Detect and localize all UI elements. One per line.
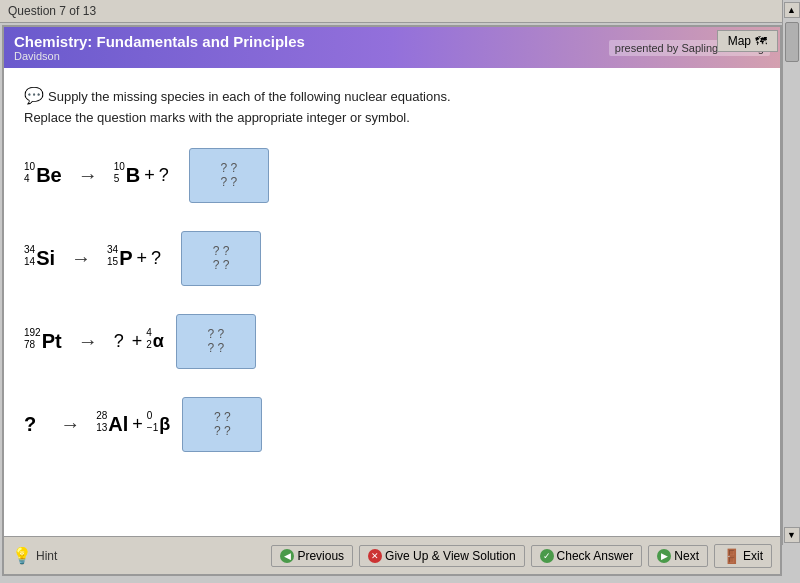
product1-3-q: ? [114,331,124,352]
beta-atomic: −1 [147,422,158,434]
plus-2: + [137,248,148,269]
alpha-mass: 4 [146,327,152,339]
give-up-icon: ✕ [368,549,382,563]
reactant3-mass: 192 [24,327,41,339]
reactant1-symbol: Be [36,164,62,187]
next-button[interactable]: ▶ Next [648,545,708,567]
reactant1-atomic: 4 [24,173,35,185]
map-icon: 🗺 [755,34,767,48]
product1-2-mass: 34 [107,244,118,256]
answer-box-1-inner: ? ? ? ? [216,157,241,193]
product1-2-symbol: P [119,247,132,270]
alpha-particle: 4 2 α [146,329,164,353]
check-answer-button[interactable]: ✓ Check Answer [531,545,643,567]
scroll-up[interactable]: ▲ [784,2,800,18]
reactant2-mass: 34 [24,244,35,256]
instructions: 💬Supply the missing species in each of t… [24,84,760,128]
product1-4-mass: 28 [96,410,107,422]
plus-1: + [144,165,155,186]
next-label: Next [674,549,699,563]
equation-row-1: 10 4 Be → 10 5 B + ? [24,148,760,203]
reactant3-atomic: 78 [24,339,41,351]
arrow-3: → [78,330,98,353]
hint-label[interactable]: Hint [36,549,57,563]
course-title: Chemistry: Fundamentals and Principles [14,33,305,50]
nav-buttons: ◀ Previous ✕ Give Up & View Solution ✓ C… [271,544,772,568]
instructions-line1: Supply the missing species in each of th… [48,89,451,104]
previous-label: Previous [297,549,344,563]
product2-2-q: ? [151,248,161,269]
window-titlebar: Question 7 of 13 [0,0,800,23]
product1-4-symbol: Al [108,413,128,436]
beta-particle: 0 −1 β [147,412,170,436]
beta-mass: 0 [147,410,158,422]
header-left: Chemistry: Fundamentals and Principles D… [14,33,305,62]
answer-box-2[interactable]: ? ? ? ? [181,231,261,286]
reactant-1: 10 4 Be [24,163,62,187]
answer-box-2-inner: ? ? ? ? [209,240,234,276]
equation-row-3: 192 78 Pt → ? + 4 2 α ? ? [24,314,760,369]
product1-2-atomic: 15 [107,256,118,268]
previous-icon: ◀ [280,549,294,563]
map-label: Map [728,34,751,48]
answer-box-4-inner: ? ? ? ? [210,406,235,442]
reactant-2: 34 14 Si [24,246,55,270]
answer-box-4[interactable]: ? ? ? ? [182,397,262,452]
reactant-3: 192 78 Pt [24,329,62,353]
content-area: Chemistry: Fundamentals and Principles D… [2,25,782,576]
instructions-line2: Replace the question marks with the appr… [24,110,410,125]
reactant-4-q: ? [24,413,36,436]
check-label: Check Answer [557,549,634,563]
hint-area: 💡 Hint [12,546,57,565]
plus-4: + [132,414,143,435]
scrollbar[interactable]: ▲ ▼ [782,0,800,545]
window-title: Question 7 of 13 [8,4,96,18]
map-button[interactable]: Map 🗺 [717,30,778,52]
product1-4: 28 13 Al [96,412,128,436]
hint-icon: 💡 [12,546,32,565]
product1-1-mass: 10 [114,161,125,173]
product1-4-atomic: 13 [96,422,107,434]
exit-label: Exit [743,549,763,563]
answer-box-1[interactable]: ? ? ? ? [189,148,269,203]
product2-1-q: ? [159,165,169,186]
plus-3: + [132,331,143,352]
beta-symbol: β [159,414,170,435]
alpha-atomic: 2 [146,339,152,351]
course-subtitle: Davidson [14,50,305,62]
scroll-thumb[interactable] [785,22,799,62]
equation-row-2: 34 14 Si → 34 15 P + ? ? ? [24,231,760,286]
previous-button[interactable]: ◀ Previous [271,545,353,567]
next-icon: ▶ [657,549,671,563]
course-header: Chemistry: Fundamentals and Principles D… [4,27,780,68]
reactant1-mass: 10 [24,161,35,173]
product1-2: 34 15 P [107,246,132,270]
answer-box-3-inner: ? ? ? ? [204,323,229,359]
product1-1: 10 5 B [114,163,141,187]
question-area: 💬Supply the missing species in each of t… [4,68,780,536]
reactant2-atomic: 14 [24,256,35,268]
reactant3-symbol: Pt [42,330,62,353]
product1-1-atomic: 5 [114,173,125,185]
reactant2-symbol: Si [36,247,55,270]
check-icon: ✓ [540,549,554,563]
answer-box-3[interactable]: ? ? ? ? [176,314,256,369]
instructions-icon: 💬 [24,87,44,104]
alpha-symbol: α [153,331,164,352]
exit-button[interactable]: 🚪 Exit [714,544,772,568]
arrow-1: → [78,164,98,187]
exit-icon: 🚪 [723,548,740,564]
equation-row-4: ? → 28 13 Al + 0 −1 β [24,397,760,452]
arrow-4: → [60,413,80,436]
arrow-2: → [71,247,91,270]
scroll-down[interactable]: ▼ [784,527,800,543]
give-up-button[interactable]: ✕ Give Up & View Solution [359,545,525,567]
bottom-bar: 💡 Hint ◀ Previous ✕ Give Up & View Solut… [4,536,780,574]
product1-1-symbol: B [126,164,140,187]
give-up-label: Give Up & View Solution [385,549,516,563]
